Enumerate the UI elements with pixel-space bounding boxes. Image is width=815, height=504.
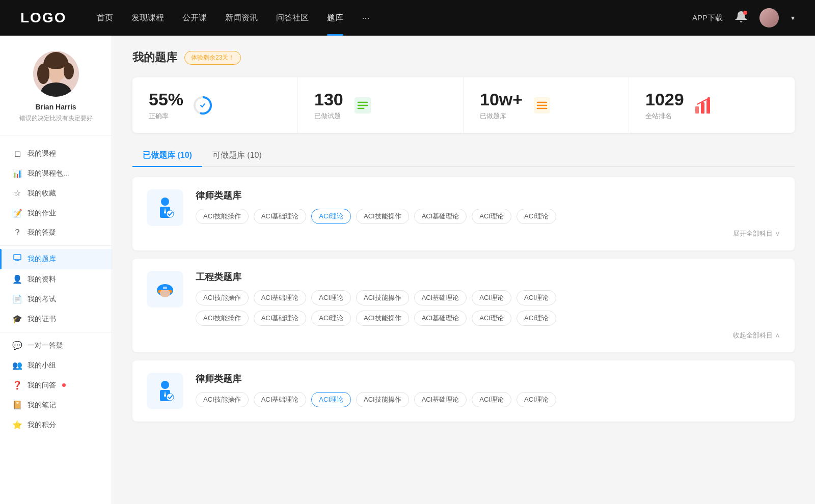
user-menu-arrow[interactable]: ▾ (791, 14, 795, 22)
nav-qa[interactable]: 问答社区 (276, 13, 309, 23)
stat-accuracy: 55% 正确率 (132, 77, 298, 133)
sidebar-item-exams[interactable]: 📄 我的考试 (0, 289, 112, 309)
sidebar-item-groups-label: 我的小组 (28, 361, 56, 370)
questionbank-icon (12, 254, 22, 264)
sidebar-item-favorites[interactable]: ☆ 我的收藏 (0, 183, 112, 203)
bank-name-2: 工程类题库 (196, 271, 780, 283)
tag-2-r2-7[interactable]: ACI理论 (517, 311, 556, 326)
trial-badge: 体验剩余23天！ (184, 51, 241, 65)
tag-2-r2-6[interactable]: ACI理论 (472, 311, 511, 326)
bank-tags-rows-3: 律师类题库 ACI技能操作 ACI基础理论 ACI理论 ACI技能操作 ACI基… (196, 373, 780, 407)
stat-done-questions-value: 130 (314, 90, 343, 109)
sidebar-item-questions[interactable]: ? 我的答疑 (0, 223, 112, 242)
tag-2-7[interactable]: ACI理论 (517, 290, 556, 305)
sidebar-item-questionbank[interactable]: 我的题库 (0, 249, 112, 269)
tag-2-2[interactable]: ACI基础理论 (254, 290, 307, 305)
svg-point-13 (198, 101, 207, 110)
sidebar-item-courses[interactable]: ◻ 我的课程 (0, 144, 112, 163)
tag-3-1[interactable]: ACI技能操作 (196, 392, 249, 407)
nav-news[interactable]: 新闻资讯 (225, 13, 258, 23)
nav-home[interactable]: 首页 (97, 13, 113, 23)
tag-2-5[interactable]: ACI基础理论 (414, 290, 467, 305)
sidebar-item-homework-label: 我的作业 (28, 209, 56, 218)
sidebar: Brian Harris 错误的决定比没有决定要好 ◻ 我的课程 📊 我的课程包… (0, 36, 112, 504)
menu-divider-2 (0, 332, 112, 332)
tag-2-6[interactable]: ACI理论 (472, 290, 511, 305)
nav-right: APP下载 ▾ (692, 8, 795, 27)
sidebar-item-certificates[interactable]: 🎓 我的证书 (0, 309, 112, 329)
bank-tags-3: ACI技能操作 ACI基础理论 ACI理论 ACI技能操作 ACI基础理论 AC… (196, 392, 780, 407)
expand-link-2[interactable]: 收起全部科目 ∧ (196, 331, 780, 340)
sidebar-item-tutor[interactable]: 💬 一对一答疑 (0, 335, 112, 355)
sidebar-item-notes[interactable]: 📔 我的笔记 (0, 395, 112, 415)
sidebar-item-profile[interactable]: 👤 我的资料 (0, 269, 112, 289)
stat-rank-value: 1029 (645, 90, 684, 109)
sidebar-item-notes-label: 我的笔记 (28, 401, 56, 410)
tab-done-banks[interactable]: 已做题库 (10) (132, 145, 202, 166)
bank-name-3: 律师类题库 (196, 373, 780, 385)
main-layout: Brian Harris 错误的决定比没有决定要好 ◻ 我的课程 📊 我的课程包… (0, 36, 815, 504)
certificates-icon: 🎓 (12, 314, 22, 324)
svg-rect-24 (707, 99, 710, 114)
bank-card-engineer-header: 工程类题库 ACI技能操作 ACI基础理论 ACI理论 ACI技能操作 ACI基… (147, 271, 780, 340)
tag-1-6[interactable]: ACI理论 (472, 209, 511, 224)
svg-point-25 (708, 97, 710, 99)
tag-3-2[interactable]: ACI基础理论 (254, 392, 307, 407)
tag-2-r2-2[interactable]: ACI基础理论 (254, 311, 307, 326)
navbar: LOGO 首页 发现课程 公开课 新闻资讯 问答社区 题库 ··· APP下载 … (0, 0, 815, 36)
tag-2-1[interactable]: ACI技能操作 (196, 290, 249, 305)
sidebar-item-points[interactable]: ⭐ 我的积分 (0, 415, 112, 435)
logo[interactable]: LOGO (20, 10, 66, 26)
notification-bell[interactable] (735, 11, 747, 25)
expand-link-1[interactable]: 展开全部科目 ∨ (196, 229, 780, 238)
tag-2-r2-5[interactable]: ACI基础理论 (414, 311, 467, 326)
done-banks-icon (531, 94, 553, 117)
menu-divider-1 (0, 245, 112, 246)
stats-row: 55% 正确率 130 已做试题 (132, 77, 795, 133)
tag-1-5[interactable]: ACI基础理论 (414, 209, 467, 224)
sidebar-item-my-qa-label: 我的问答 (28, 381, 56, 390)
tag-2-r2-1[interactable]: ACI技能操作 (196, 311, 249, 326)
tutor-icon: 💬 (12, 341, 22, 350)
nav-more[interactable]: ··· (362, 13, 369, 23)
svg-point-7 (45, 55, 67, 69)
nav-public[interactable]: 公开课 (182, 13, 207, 23)
questions-icon: ? (12, 228, 22, 237)
svg-point-26 (161, 198, 169, 206)
tag-1-7[interactable]: ACI理论 (517, 209, 556, 224)
tag-2-3[interactable]: ACI理论 (311, 290, 351, 305)
tag-3-6[interactable]: ACI理论 (472, 392, 511, 407)
user-motto: 错误的决定比没有决定要好 (10, 114, 101, 123)
tag-2-r2-4[interactable]: ACI技能操作 (356, 311, 409, 326)
sidebar-item-my-qa[interactable]: ❓ 我的问答 (0, 375, 112, 395)
sidebar-item-homework[interactable]: 📝 我的作业 (0, 203, 112, 223)
tag-1-3[interactable]: ACI理论 (311, 209, 351, 224)
nav-questionbank[interactable]: 题库 (327, 13, 343, 23)
stat-done-banks-value: 10w+ (480, 90, 523, 109)
done-questions-icon (351, 94, 374, 117)
tag-2-r2-3[interactable]: ACI理论 (311, 311, 351, 326)
sidebar-item-tutor-label: 一对一答疑 (28, 341, 63, 350)
nav-links: 首页 发现课程 公开课 新闻资讯 问答社区 题库 ··· (97, 13, 692, 23)
bank-tags-2: ACI技能操作 ACI基础理论 ACI理论 ACI技能操作 ACI基础理论 AC… (196, 290, 780, 305)
avatar[interactable] (759, 8, 779, 27)
points-icon: ⭐ (12, 420, 22, 430)
tag-3-3[interactable]: ACI理论 (311, 392, 351, 407)
notification-dot (743, 11, 747, 15)
tag-1-1[interactable]: ACI技能操作 (196, 209, 249, 224)
nav-discover[interactable]: 发现课程 (131, 13, 164, 23)
sidebar-item-exams-label: 我的考试 (28, 295, 56, 304)
tag-1-4[interactable]: ACI技能操作 (356, 209, 409, 224)
favorites-icon: ☆ (12, 188, 22, 198)
tag-3-7[interactable]: ACI理论 (517, 392, 556, 407)
tag-3-5[interactable]: ACI基础理论 (414, 392, 467, 407)
app-download-button[interactable]: APP下载 (692, 13, 723, 23)
tab-available-banks[interactable]: 可做题库 (10) (202, 145, 272, 166)
tag-2-4[interactable]: ACI技能操作 (356, 290, 409, 305)
tag-3-4[interactable]: ACI技能操作 (356, 392, 409, 407)
tag-1-2[interactable]: ACI基础理论 (254, 209, 307, 224)
user-avatar (33, 51, 79, 97)
sidebar-item-groups[interactable]: 👥 我的小组 (0, 355, 112, 375)
main-content: 我的题库 体验剩余23天！ 55% 正确率 (112, 36, 815, 504)
sidebar-item-course-packages[interactable]: 📊 我的课程包... (0, 163, 112, 183)
